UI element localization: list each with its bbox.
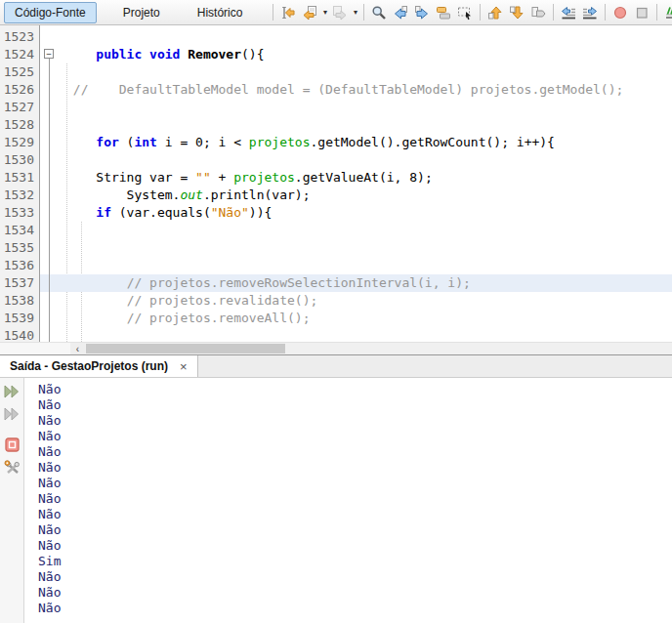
code-line[interactable] [40, 28, 672, 46]
fold-column [40, 99, 60, 116]
back-button[interactable] [299, 2, 320, 23]
rerun-icon [4, 385, 20, 398]
comment-button[interactable] [661, 2, 672, 23]
collapse-icon[interactable]: − [44, 49, 54, 59]
line-number[interactable]: 1528 [0, 116, 34, 134]
line-number[interactable]: 1524 [0, 46, 34, 63]
tab-projeto[interactable]: Projeto [112, 2, 171, 23]
horizontal-scrollbar: ‹ [0, 342, 672, 354]
line-number[interactable]: 1539 [0, 310, 34, 327]
forward-dropdown-caret[interactable]: ▾ [351, 8, 359, 17]
code-text [60, 99, 65, 116]
line-number[interactable]: 1534 [0, 222, 34, 239]
code-area[interactable]: − public void Remover(){ // DefaultTable… [40, 25, 672, 342]
tab-codigo-fonte[interactable]: Código-Fonte [4, 2, 97, 23]
code-line[interactable]: System.out.println(var); [40, 187, 672, 204]
line-number[interactable]: 1538 [0, 292, 34, 310]
output-line: Não [38, 585, 672, 601]
code-line[interactable]: // projetos.revalidate(); [40, 292, 672, 310]
output-text[interactable]: NãoNãoNãoNãoNãoNãoNãoNãoNãoNãoNãoSimNãoN… [24, 378, 672, 623]
shift-line-right-button[interactable] [579, 2, 601, 23]
code-text: // projetos.removeAll(); [60, 310, 310, 327]
line-number[interactable]: 1537 [0, 274, 34, 292]
back-icon [302, 5, 317, 21]
code-line[interactable] [40, 222, 672, 239]
output-line: Não [38, 507, 672, 522]
code-line[interactable]: // DefaultTableModel model = (DefaultTab… [40, 81, 672, 99]
code-line[interactable] [40, 63, 672, 81]
code-line[interactable] [40, 327, 672, 342]
fold-column [40, 151, 60, 169]
back-dropdown-caret[interactable]: ▾ [320, 8, 329, 17]
toggle-bookmark-button[interactable] [527, 2, 549, 23]
code-text [60, 327, 65, 342]
line-number[interactable]: 1532 [0, 187, 34, 204]
next-bookmark-button[interactable] [506, 2, 527, 23]
shift-line-left-button[interactable] [558, 2, 579, 23]
output-line: Não [38, 397, 672, 413]
code-line[interactable]: if (var.equals("Não")){ [40, 204, 672, 222]
start-macro-recording-button[interactable] [609, 2, 631, 23]
code-line[interactable]: // projetos.removeRowSelectionInterval(i… [40, 274, 672, 292]
find-selection-button[interactable] [368, 2, 390, 23]
build-settings-button[interactable] [2, 457, 21, 477]
code-line[interactable]: String var = "" + projetos.getValueAt(i,… [40, 169, 672, 187]
fold-toggle[interactable]: − [40, 46, 60, 63]
code-text [60, 222, 65, 239]
output-line: Não [38, 522, 672, 538]
code-line[interactable] [40, 151, 672, 169]
line-number[interactable]: 1531 [0, 169, 34, 187]
line-number-gutter[interactable]: 1523152415251526152715281529153015311532… [0, 25, 40, 342]
tab-historico[interactable]: Histórico [187, 2, 254, 23]
line-number[interactable]: 1535 [0, 239, 34, 257]
forward-button[interactable] [329, 2, 351, 23]
code-line[interactable] [40, 116, 672, 134]
last-edit-position-button[interactable] [277, 2, 299, 23]
stop-macro-recording-button[interactable] [631, 2, 652, 23]
line-number[interactable]: 1529 [0, 134, 34, 151]
line-number[interactable]: 1540 [0, 327, 34, 342]
code-line[interactable]: for (int i = 0; i < projetos.getModel().… [40, 134, 672, 151]
arrow-down-orange-icon [509, 5, 525, 21]
fold-column [40, 239, 60, 257]
scroll-left-button[interactable]: ‹ [70, 343, 85, 354]
scrollbar-track[interactable] [85, 343, 672, 354]
scrollbar-thumb[interactable] [86, 344, 285, 353]
line-number[interactable]: 1525 [0, 63, 34, 81]
close-icon[interactable]: × [180, 360, 188, 373]
next-occurrence-button[interactable] [411, 2, 433, 23]
code-line[interactable] [40, 239, 672, 257]
output-tab[interactable]: Saída - GestaoProjetos (run) × [0, 355, 198, 377]
code-line[interactable] [40, 257, 672, 274]
toolbar-separator [480, 4, 481, 21]
code-text [60, 257, 65, 274]
line-number[interactable]: 1533 [0, 204, 34, 222]
line-number[interactable]: 1527 [0, 99, 34, 116]
rerun-button[interactable] [2, 382, 21, 401]
wrench-settings-icon [4, 460, 21, 475]
code-text: // DefaultTableModel model = (DefaultTab… [60, 81, 623, 99]
rerun-with-parameters-button[interactable] [2, 404, 21, 424]
toolbar-separator [363, 4, 364, 21]
output-line: Não [38, 444, 672, 460]
previous-bookmark-button[interactable] [484, 2, 506, 23]
code-line[interactable] [40, 99, 672, 116]
code-text [60, 28, 65, 46]
line-number[interactable]: 1526 [0, 81, 34, 99]
code-line[interactable]: − public void Remover(){ [40, 46, 672, 63]
code-text [60, 239, 65, 257]
last-edit-position-icon [280, 5, 296, 21]
toggle-highlight-search-button[interactable] [433, 2, 454, 23]
editor-toolbar: Código-Fonte Projeto Histórico ▾ [0, 0, 672, 25]
code-editor: 1523152415251526152715281529153015311532… [0, 25, 672, 342]
previous-occurrence-button[interactable] [390, 2, 411, 23]
code-line[interactable]: // projetos.removeAll(); [40, 310, 672, 327]
fold-column [40, 63, 60, 81]
line-number[interactable]: 1523 [0, 28, 34, 46]
output-panel-header: Saída - GestaoProjetos (run) × [0, 354, 672, 378]
line-number[interactable]: 1536 [0, 257, 34, 274]
line-number[interactable]: 1530 [0, 151, 34, 169]
rectangular-selection-button[interactable] [454, 2, 476, 23]
stop-build-button[interactable] [2, 435, 21, 454]
output-tab-title: Saída - GestaoProjetos (run) [10, 359, 168, 373]
